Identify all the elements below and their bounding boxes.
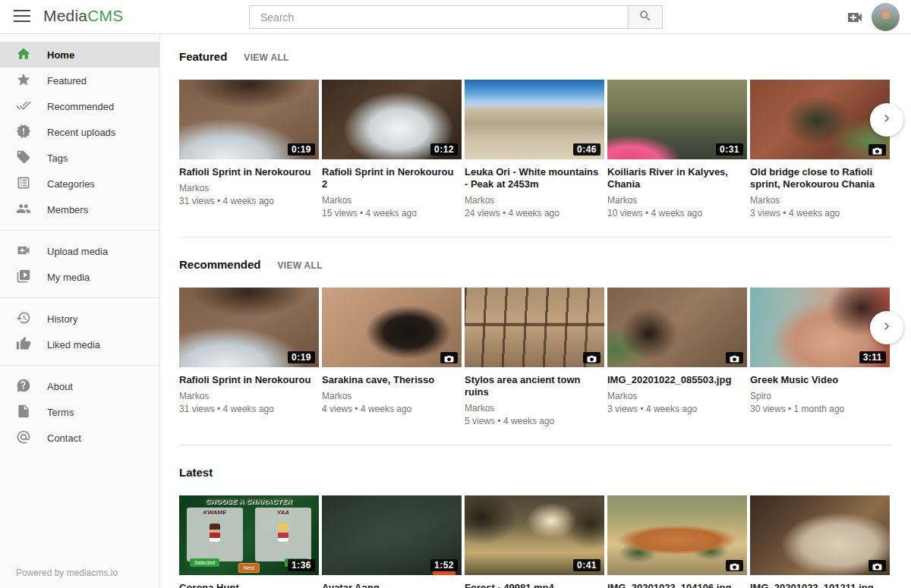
- media-title[interactable]: Leuka Ori - White mountains - Peak at 24…: [465, 166, 604, 190]
- new-releases-icon: [16, 124, 31, 141]
- media-thumbnail[interactable]: 1:52: [322, 495, 462, 575]
- media-thumbnail[interactable]: [750, 495, 890, 575]
- media-thumbnail[interactable]: [465, 288, 604, 367]
- media-thumbnail[interactable]: [607, 288, 747, 367]
- duration-badge: 1:52: [430, 559, 458, 571]
- recommended-next-button[interactable]: [870, 311, 903, 344]
- media-author[interactable]: Markos: [465, 195, 604, 206]
- sidebar-item-liked-media[interactable]: Liked media: [0, 332, 159, 357]
- media-title[interactable]: Forest - 49981.mp4: [465, 582, 604, 588]
- media-title[interactable]: Rafioli Sprint in Nerokourou: [179, 374, 319, 386]
- media-thumbnail[interactable]: 3:11: [750, 288, 890, 367]
- media-title[interactable]: Stylos area ancient town ruins: [465, 374, 604, 398]
- sidebar-item-history[interactable]: History: [0, 306, 159, 332]
- media-author[interactable]: Markos: [179, 391, 319, 401]
- media-author[interactable]: Markos: [465, 403, 604, 413]
- view-all-recommended-link[interactable]: VIEW ALL: [278, 260, 323, 271]
- photo-badge: [440, 352, 458, 363]
- featured-next-button[interactable]: [870, 103, 903, 137]
- sidebar-item-home[interactable]: Home: [0, 42, 159, 68]
- media-title[interactable]: Sarakina cave, Therisso: [322, 374, 462, 386]
- media-author[interactable]: Markos: [322, 195, 462, 206]
- sidebar-item-label: Categories: [47, 178, 95, 190]
- search-input[interactable]: [249, 5, 628, 29]
- sidebar-item-upload-media[interactable]: Upload media: [0, 238, 159, 264]
- sidebar-item-recent-uploads[interactable]: Recent uploads: [0, 119, 159, 145]
- powered-by-text: Powered by mediacms.io: [16, 568, 118, 578]
- media-title[interactable]: Koiliaris River in Kalyves, Chania: [607, 166, 747, 190]
- sidebar-item-my-media[interactable]: My media: [0, 264, 159, 290]
- section-divider: [179, 237, 893, 237]
- sidebar-item-label: Liked media: [47, 339, 100, 351]
- media-thumbnail[interactable]: 0:46: [465, 80, 604, 159]
- media-thumbnail[interactable]: 0:31: [607, 80, 747, 159]
- media-author[interactable]: Markos: [179, 183, 319, 193]
- user-avatar[interactable]: [872, 3, 900, 31]
- media-title[interactable]: Avatar Aang: [322, 582, 462, 588]
- duration-badge: 3:11: [859, 351, 886, 363]
- sidebar-item-contact[interactable]: Contact: [0, 425, 159, 451]
- site-logo[interactable]: MediaCMS: [43, 7, 123, 25]
- upload-video-icon[interactable]: [846, 8, 864, 27]
- character-panel: KWAME: [187, 508, 243, 561]
- recommended-row: 0:19 Rafioli Sprint in Nerokourou Markos…: [179, 288, 890, 426]
- search-button[interactable]: [628, 5, 663, 29]
- camera-icon: [872, 146, 882, 155]
- media-title[interactable]: Greek Music Video: [750, 374, 890, 386]
- camera-icon: [872, 562, 882, 571]
- media-thumbnail[interactable]: [322, 288, 462, 367]
- sidebar-item-tags[interactable]: Tags: [0, 145, 159, 171]
- media-author[interactable]: Markos: [607, 391, 747, 401]
- sidebar-item-categories[interactable]: Categories: [0, 171, 159, 197]
- media-title[interactable]: Rafioli Sprint in Nerokourou 2: [322, 166, 462, 190]
- media-card: Old bridge close to Rafioli sprint, Nero…: [750, 80, 890, 219]
- media-thumbnail[interactable]: [750, 80, 890, 159]
- media-thumbnail[interactable]: CHOOSE A CHARACTER KWAME YAA Selected Ne…: [179, 495, 319, 575]
- my-media-icon: [16, 269, 31, 286]
- photo-badge: [583, 352, 601, 363]
- top-header: MediaCMS: [0, 0, 911, 34]
- media-title[interactable]: Rafioli Sprint in Nerokourou: [179, 166, 319, 178]
- sidebar-item-about[interactable]: About: [0, 373, 159, 399]
- media-meta: 31 views • 4 weeks ago: [179, 404, 319, 414]
- history-icon: [16, 310, 31, 328]
- media-author[interactable]: Spiro: [750, 391, 890, 401]
- media-author[interactable]: Markos: [322, 391, 462, 401]
- media-card: Sarakina cave, Therisso Markos 4 views •…: [322, 288, 462, 426]
- media-title[interactable]: IMG_20201023_101211.jpg: [750, 582, 890, 588]
- sidebar-item-recommended[interactable]: Recommended: [0, 93, 159, 119]
- media-thumbnail[interactable]: [607, 495, 747, 575]
- menu-icon[interactable]: [14, 10, 30, 24]
- sidebar-divider: [0, 297, 159, 298]
- chevron-right-icon: [879, 111, 894, 129]
- media-thumbnail[interactable]: 0:12: [322, 80, 462, 159]
- sidebar-item-label: Members: [47, 204, 88, 215]
- thumbnail-overlay-text: CHOOSE A CHARACTER: [179, 498, 319, 505]
- media-author[interactable]: Markos: [750, 195, 890, 206]
- media-title[interactable]: IMG_20201022_085503.jpg: [607, 374, 747, 386]
- camera-icon: [730, 354, 739, 363]
- duration-badge: 0:19: [288, 351, 315, 363]
- section-title-recommended: Recommended: [179, 258, 261, 271]
- sidebar-item-featured[interactable]: Featured: [0, 68, 159, 93]
- duration-badge: 0:19: [288, 143, 315, 156]
- media-thumbnail[interactable]: 0:19: [179, 80, 319, 159]
- duration-badge: 0:41: [573, 559, 601, 571]
- view-all-featured-link[interactable]: VIEW ALL: [244, 52, 288, 63]
- duration-badge: 0:12: [430, 143, 458, 156]
- media-meta: 3 views • 4 weeks ago: [750, 208, 890, 219]
- character-sprite: [278, 524, 288, 542]
- sidebar-item-terms[interactable]: Terms: [0, 399, 159, 425]
- media-meta: 3 views • 4 weeks ago: [607, 404, 747, 414]
- media-thumbnail[interactable]: 0:41: [465, 495, 604, 575]
- media-author[interactable]: Markos: [607, 195, 747, 206]
- media-card: 0:19 Rafioli Sprint in Nerokourou Markos…: [179, 80, 319, 219]
- media-title[interactable]: IMG_20201023_104106.jpg: [607, 582, 747, 588]
- media-thumbnail[interactable]: 0:19: [179, 288, 319, 367]
- logo-text-media: Media: [43, 7, 87, 24]
- media-title[interactable]: Corona Hunt: [179, 582, 319, 588]
- media-card: 0:12 Rafioli Sprint in Nerokourou 2 Mark…: [322, 80, 462, 219]
- sidebar-item-members[interactable]: Members: [0, 197, 159, 222]
- media-title[interactable]: Old bridge close to Rafioli sprint, Nero…: [750, 166, 890, 190]
- character-name: KWAME: [187, 509, 243, 516]
